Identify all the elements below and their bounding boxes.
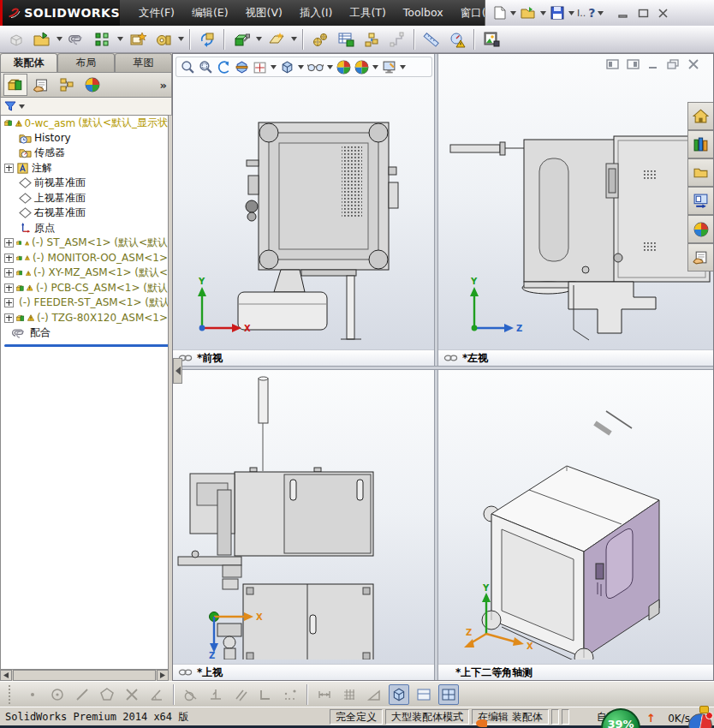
- menu-tools[interactable]: 工具(T): [341, 2, 394, 25]
- mate-icon[interactable]: [66, 28, 88, 51]
- snap-line-icon[interactable]: [72, 684, 92, 705]
- open-button[interactable]: [519, 4, 538, 21]
- snap-length-icon[interactable]: [314, 684, 335, 705]
- save-button[interactable]: [549, 4, 566, 21]
- viewport-front[interactable]: Y X *前视: [173, 54, 434, 366]
- view-orientation-icon[interactable]: [253, 60, 267, 75]
- scroll-left-icon[interactable]: [0, 670, 12, 681]
- open-document-icon[interactable]: [31, 28, 53, 51]
- scrollbar-thumb[interactable]: [13, 670, 156, 681]
- menu-view[interactable]: 视图(V): [237, 2, 291, 25]
- view-palette-tab[interactable]: [687, 187, 713, 215]
- tree-item-sensors[interactable]: 传感器: [1, 146, 168, 161]
- help-dropdown-icon[interactable]: [598, 11, 604, 15]
- tree-item-feeder-st-asm[interactable]: (-) FEEDER-ST_ASM<1> (默认: [1, 295, 168, 311]
- two-view-button[interactable]: [414, 684, 434, 705]
- viewport-horizontal-splitter[interactable]: [173, 366, 713, 370]
- reference-geometry-icon[interactable]: [265, 28, 288, 51]
- close-button[interactable]: [657, 9, 669, 18]
- rotate-component-icon[interactable]: [196, 28, 218, 51]
- move-dropdown-icon[interactable]: [178, 37, 184, 41]
- snap-tangent-icon[interactable]: [181, 684, 201, 705]
- previous-view-icon[interactable]: [217, 60, 231, 75]
- resources-home-tab[interactable]: [687, 102, 713, 130]
- tree-item-top-plane[interactable]: 上视基准面: [1, 191, 168, 206]
- snap-polygon-icon[interactable]: [97, 684, 117, 705]
- menu-edit[interactable]: 编辑(E): [183, 2, 237, 25]
- snap-center-icon[interactable]: [47, 684, 68, 705]
- expand-icon[interactable]: [4, 298, 14, 307]
- restore-button[interactable]: [638, 9, 649, 18]
- tab-layout[interactable]: 布局: [57, 53, 115, 72]
- panel-horizontal-scrollbar[interactable]: [0, 670, 169, 681]
- file-explorer-tab[interactable]: [687, 158, 713, 187]
- doc-close-icon[interactable]: [687, 59, 699, 69]
- expand-icon[interactable]: [4, 268, 14, 277]
- scroll-right-icon[interactable]: [157, 670, 169, 681]
- component-pattern-icon[interactable]: [92, 28, 114, 51]
- design-library-tab[interactable]: [687, 130, 713, 158]
- menu-insert[interactable]: 插入(I): [291, 2, 341, 25]
- view-orientation-dropdown-icon[interactable]: [271, 65, 277, 69]
- configurationmanager-tab[interactable]: [55, 74, 79, 96]
- single-view-button[interactable]: [389, 684, 409, 705]
- tree-item-tzg-asm[interactable]: (-) TZG-80X120_ASM<1>: [1, 311, 168, 326]
- section-view-icon[interactable]: [235, 60, 249, 75]
- tree-filter[interactable]: [0, 98, 172, 116]
- expand-icon[interactable]: [4, 254, 14, 263]
- left-pane-toggle-icon[interactable]: [606, 59, 619, 69]
- tree-root-assembly[interactable]: 0-wc_asm (默认<默认_显示状: [1, 116, 168, 131]
- tree-item-st-asm[interactable]: (-) ST_ASM<1> (默认<默认: [1, 236, 168, 251]
- doc-restore-icon[interactable]: [667, 59, 680, 69]
- panel-collapse-handle[interactable]: [173, 358, 182, 384]
- zoom-to-area-icon[interactable]: [199, 60, 213, 75]
- viewport-top[interactable]: X Z *上视: [173, 370, 434, 680]
- view-settings-icon[interactable]: [382, 60, 396, 75]
- insert-component-icon[interactable]: [5, 28, 27, 51]
- features-dropdown-icon[interactable]: [256, 37, 262, 41]
- tree-item-mates[interactable]: 配合: [1, 325, 168, 341]
- smart-fasteners-icon[interactable]: [127, 28, 149, 51]
- featuremanager-tree-tab[interactable]: [3, 74, 27, 96]
- custom-properties-tab[interactable]: [687, 243, 713, 272]
- help-button[interactable]: ?: [588, 6, 595, 20]
- menu-file[interactable]: 文件(F): [130, 2, 183, 25]
- tree-item-pcb-cs-asm[interactable]: (-) PCB-CS_ASM<1> (默认: [1, 281, 168, 296]
- more-tabs-chevron[interactable]: »: [160, 79, 169, 92]
- move-component-icon[interactable]: [152, 28, 175, 51]
- print-button[interactable]: I..: [577, 8, 586, 19]
- tree-item-monitor-asm[interactable]: (-) MONITOR-OO_ASM<1>: [1, 251, 168, 266]
- hide-show-items-icon[interactable]: [307, 63, 324, 72]
- save-dropdown-icon[interactable]: [568, 11, 574, 15]
- performance-evaluation-icon[interactable]: [446, 28, 468, 51]
- displaymanager-tab[interactable]: [80, 74, 104, 96]
- snap-angle2-icon[interactable]: [364, 684, 384, 705]
- tree-item-right-plane[interactable]: 右视基准面: [1, 206, 168, 221]
- tree-item-annotations[interactable]: 注解: [1, 161, 168, 176]
- toolbar-grip[interactable]: [9, 685, 15, 704]
- snap-corner-icon[interactable]: [255, 684, 276, 705]
- snap-midpoint-icon[interactable]: [280, 684, 300, 705]
- rollback-bar[interactable]: [4, 344, 169, 347]
- open-dropdown-icon[interactable]: [540, 11, 546, 15]
- exploded-view-icon[interactable]: [360, 28, 383, 51]
- snap-point-icon[interactable]: [22, 684, 43, 705]
- edit-appearance-icon[interactable]: [336, 60, 351, 75]
- measure-icon[interactable]: [420, 28, 443, 51]
- tree-item-front-plane[interactable]: 前视基准面: [1, 176, 168, 191]
- graphics-area[interactable]: Y X *前视: [172, 53, 714, 681]
- expand-icon[interactable]: [4, 313, 14, 323]
- new-dropdown-icon[interactable]: [510, 11, 516, 15]
- expand-icon[interactable]: [4, 238, 14, 248]
- refgeo-dropdown-icon[interactable]: [291, 37, 297, 41]
- view-settings-dropdown-icon[interactable]: [400, 65, 406, 69]
- tree-item-xy-mz-asm[interactable]: (-) XY-MZ_ASM<1> (默认<: [1, 266, 168, 281]
- expand-icon[interactable]: [4, 283, 14, 293]
- motion-study-icon[interactable]: [309, 28, 331, 51]
- snapshot-icon[interactable]: [480, 28, 503, 51]
- hide-show-dropdown-icon[interactable]: [327, 65, 333, 69]
- apply-scene-icon[interactable]: [354, 60, 369, 75]
- four-view-button[interactable]: [438, 684, 459, 705]
- snap-parallel-icon[interactable]: [230, 684, 251, 705]
- snap-grid-icon[interactable]: [339, 684, 360, 705]
